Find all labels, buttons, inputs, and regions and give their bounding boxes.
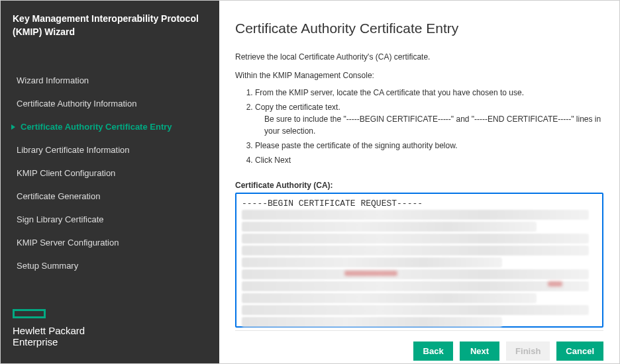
page-title: Certificate Authority Certificate Entry xyxy=(235,21,603,36)
steps-list: From the KMIP server, locate the CA cert… xyxy=(255,87,603,169)
nav-label: Wizard Information xyxy=(17,75,89,85)
app-window: Key Management Interoperability Protocol… xyxy=(0,0,620,364)
wizard-nav: Wizard Information Certificate Authority… xyxy=(1,49,219,297)
nav-ca-certificate-entry[interactable]: Certificate Authority Certificate Entry xyxy=(1,115,219,138)
nav-sign-library-certificate[interactable]: Sign Library Certificate xyxy=(1,208,219,231)
step-1: From the KMIP server, locate the CA cert… xyxy=(255,87,603,99)
ca-field-label: Certificate Authority (CA): xyxy=(235,181,603,190)
nav-certificate-generation[interactable]: Certificate Generation xyxy=(1,185,219,208)
nav-ca-information[interactable]: Certificate Authority Information xyxy=(1,92,219,115)
finish-button: Finish xyxy=(506,341,550,361)
nav-label: Certificate Authority Information xyxy=(17,99,136,109)
ca-certificate-textarea[interactable] xyxy=(235,193,603,328)
main-panel: Certificate Authority Certificate Entry … xyxy=(219,1,619,363)
step-3: Please paste the certificate of the sign… xyxy=(255,140,603,152)
nav-label: Library Certificate Information xyxy=(17,145,130,155)
sidebar: Key Management Interoperability Protocol… xyxy=(1,1,219,363)
step-2: Copy the certificate text. Be sure to in… xyxy=(255,101,603,137)
back-button[interactable]: Back xyxy=(413,341,453,361)
nav-setup-summary[interactable]: Setup Summary xyxy=(1,254,219,277)
nav-label: Certificate Generation xyxy=(17,191,100,201)
wizard-footer: Back Next Finish Cancel xyxy=(235,330,603,364)
branding: Hewlett Packard Enterprise xyxy=(1,297,219,363)
step-2-note: Be sure to include the "-----BEGIN CERTI… xyxy=(264,113,603,137)
nav-library-certificate-information[interactable]: Library Certificate Information xyxy=(1,138,219,161)
nav-kmip-server-configuration[interactable]: KMIP Server Configuration xyxy=(1,231,219,254)
brand-line1: Hewlett Packard xyxy=(13,325,207,336)
next-button[interactable]: Next xyxy=(460,341,499,361)
nav-label: Sign Library Certificate xyxy=(17,214,104,224)
step-4: Click Next xyxy=(255,154,603,166)
wizard-title: Key Management Interoperability Protocol… xyxy=(1,1,219,49)
ca-textarea-wrap xyxy=(235,193,603,330)
hpe-logo-bar xyxy=(13,309,46,318)
nav-label: Setup Summary xyxy=(17,261,78,271)
brand-line2: Enterprise xyxy=(13,336,207,347)
nav-label: KMIP Client Configuration xyxy=(17,168,115,178)
nav-kmip-client-configuration[interactable]: KMIP Client Configuration xyxy=(1,161,219,185)
intro-text: Retrieve the local Certificate Authority… xyxy=(235,52,603,62)
cancel-button[interactable]: Cancel xyxy=(556,341,603,361)
nav-label: Certificate Authority Certificate Entry xyxy=(21,122,172,132)
nav-wizard-information[interactable]: Wizard Information xyxy=(1,69,219,92)
nav-label: KMIP Server Configuration xyxy=(17,238,119,248)
step-2-text: Copy the certificate text. xyxy=(255,103,340,112)
subhead-text: Within the KMIP Management Console: xyxy=(235,71,603,80)
